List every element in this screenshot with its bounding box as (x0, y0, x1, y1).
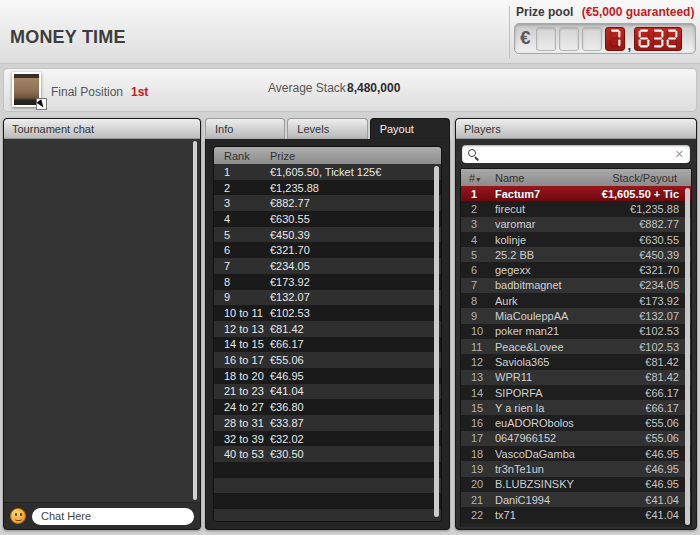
player-row[interactable]: 1 Factum7 €1,605.50 + Tic (461, 186, 691, 201)
digit-comma: , (628, 41, 632, 50)
player-row[interactable]: 9 MiaCouleppAA €132.07 (461, 308, 691, 323)
payout-row: 5€450.39 (214, 227, 441, 243)
average-stack-value: 8,480,000 (347, 81, 400, 95)
payout-row: 2€1,235.88 (214, 180, 441, 196)
payout-row-empty (214, 493, 441, 509)
final-position-label: Final Position (51, 85, 123, 99)
payout-row: 9€132.07 (214, 290, 441, 306)
digit-cell-empty (582, 27, 602, 51)
digit-cell-empty (536, 27, 556, 51)
payout-row: 16 to 17€55.06 (214, 352, 441, 368)
payout-row: 3€882.77 (214, 195, 441, 211)
player-row[interactable]: 6 gegexx €321.70 (461, 262, 691, 277)
digit-cell-group (634, 27, 682, 51)
players-col-stack-payout[interactable]: Stack/Payout (601, 172, 691, 184)
players-panel-title: Players (456, 119, 696, 139)
players-scrollbar[interactable] (685, 188, 690, 525)
player-row[interactable]: 5 25.2 BB €450.39 (461, 247, 691, 262)
payout-row: 8€173.92 (214, 274, 441, 290)
players-col-position[interactable]: #▾ (461, 172, 495, 184)
player-row[interactable]: 17 0647966152 €55.06 (461, 431, 691, 446)
chat-input[interactable] (32, 508, 194, 525)
player-row[interactable]: 4 kolinje €630.55 (461, 232, 691, 247)
player-row[interactable]: 16 euADORObolos €55.06 (461, 415, 691, 430)
payout-row: 24 to 27€36.80 (214, 399, 441, 415)
payout-table-header: Rank Prize (214, 147, 441, 164)
player-row[interactable]: 12 Saviola365 €81.42 (461, 354, 691, 369)
payout-row: 40 to 53€30.50 (214, 446, 441, 462)
clear-search-icon[interactable]: ✕ (675, 149, 684, 160)
players-rows: 1 Factum7 €1,605.50 + Tic 2 firecut €1,2… (461, 186, 691, 523)
player-row[interactable]: 20 B.LUBZSINSKY✱ €46.95 (461, 477, 691, 492)
player-row[interactable]: 21 DaniC1994 €41.04 (461, 492, 691, 507)
payout-scrollbar[interactable] (434, 166, 439, 517)
player-row[interactable]: 22 tx71 €41.04 (461, 507, 691, 522)
info-tabs-panel: Info Levels Payout Rank Prize 1€1,605.50… (205, 118, 450, 530)
payout-col-rank: Rank (214, 150, 270, 162)
tab-levels[interactable]: Levels (287, 118, 367, 139)
players-table: #▾ Name Stack/Payout 1 Factum7 €1,605.50… (460, 168, 692, 527)
player-row[interactable]: 8 Aurk €173.92 (461, 293, 691, 308)
payout-row: 10 to 11€102.53 (214, 305, 441, 321)
player-row[interactable]: 13 WPR11 €81.42 (461, 370, 691, 385)
player-row[interactable]: 2 firecut €1,235.88 (461, 201, 691, 216)
payout-row: 21 to 23€41.04 (214, 384, 441, 400)
payout-row-empty (214, 478, 441, 494)
digit-cell-empty (559, 27, 579, 51)
currency-symbol: € (519, 27, 533, 51)
player-search-box[interactable]: ✕ (462, 145, 690, 163)
average-stack-label: Average Stack (268, 81, 346, 95)
player-avatar[interactable] (12, 72, 41, 107)
info-bar: Final Position 1st Average Stack 8,480,0… (3, 68, 697, 112)
player-search-row: ✕ (456, 139, 696, 169)
cursor-icon (36, 98, 47, 110)
header-divider (509, 6, 510, 58)
payout-rows: 1€1,605.50, Ticket 125€ 2€1,235.88 3€882… (214, 164, 441, 522)
search-icon (468, 149, 479, 160)
payout-row: 32 to 39€32.02 (214, 431, 441, 447)
payout-table: Rank Prize 1€1,605.50, Ticket 125€ 2€1,2… (213, 146, 442, 522)
prize-pool-label: Prize pool (516, 5, 573, 19)
player-row[interactable]: 18 VascoDaGamba €46.95 (461, 446, 691, 461)
payout-row: 18 to 20€46.95 (214, 368, 441, 384)
players-panel: Players ✕ #▾ Name Stack/Payout 1 Factum7… (455, 118, 697, 530)
player-row[interactable]: 7 badbitmagnet €234.05 (461, 278, 691, 293)
payout-row-empty (214, 509, 441, 522)
player-row[interactable]: 19 tr3nTe1un €46.95 (461, 461, 691, 476)
chat-panel-title: Tournament chat (4, 119, 200, 139)
chat-input-row (4, 502, 200, 529)
payout-row: 1€1,605.50, Ticket 125€ (214, 164, 441, 180)
prize-pool-section: Prize pool (€5,000 guaranteed) € , (514, 5, 696, 54)
payout-row: 7€234.05 (214, 258, 441, 274)
payout-tab-content: Rank Prize 1€1,605.50, Ticket 125€ 2€1,2… (205, 139, 450, 530)
payout-row: 14 to 15€66.17 (214, 337, 441, 353)
tab-payout[interactable]: Payout (370, 118, 450, 139)
top-header: MONEY TIME Prize pool (€5,000 guaranteed… (0, 0, 700, 64)
digit-cell (605, 27, 625, 51)
player-row[interactable]: 3 varomar €882.77 (461, 217, 691, 232)
final-position-value: 1st (131, 85, 148, 99)
players-col-name[interactable]: Name (495, 172, 601, 184)
chat-scrollbar[interactable] (193, 141, 197, 500)
payout-row: 6€321.70 (214, 242, 441, 258)
prize-pool-display: € , (514, 23, 696, 54)
player-row[interactable]: 11 Peace&Lovee €102.53 (461, 339, 691, 354)
payout-row: 12 to 13€81.42 (214, 321, 441, 337)
payout-col-prize: Prize (270, 150, 295, 162)
sort-desc-icon: ▾ (476, 175, 480, 184)
tab-bar: Info Levels Payout (205, 118, 450, 139)
player-row[interactable]: 10 poker man21 €102.53 (461, 324, 691, 339)
player-search-input[interactable] (485, 147, 675, 161)
payout-row-empty (214, 462, 441, 478)
payout-row: 28 to 31€33.87 (214, 415, 441, 431)
tournament-title: MONEY TIME (10, 27, 126, 48)
payout-row: 4€630.55 (214, 211, 441, 227)
tab-info[interactable]: Info (205, 118, 285, 139)
player-row[interactable]: 15 Y a rien la €66.17 (461, 400, 691, 415)
player-row[interactable]: 14 SIPORFA €66.17 (461, 385, 691, 400)
players-table-header: #▾ Name Stack/Payout (461, 169, 691, 186)
prize-pool-guarantee: (€5,000 guaranteed) (582, 5, 695, 19)
emoticon-button[interactable] (10, 508, 26, 524)
tournament-chat-panel: Tournament chat (3, 118, 201, 530)
chat-messages-area (4, 139, 200, 502)
